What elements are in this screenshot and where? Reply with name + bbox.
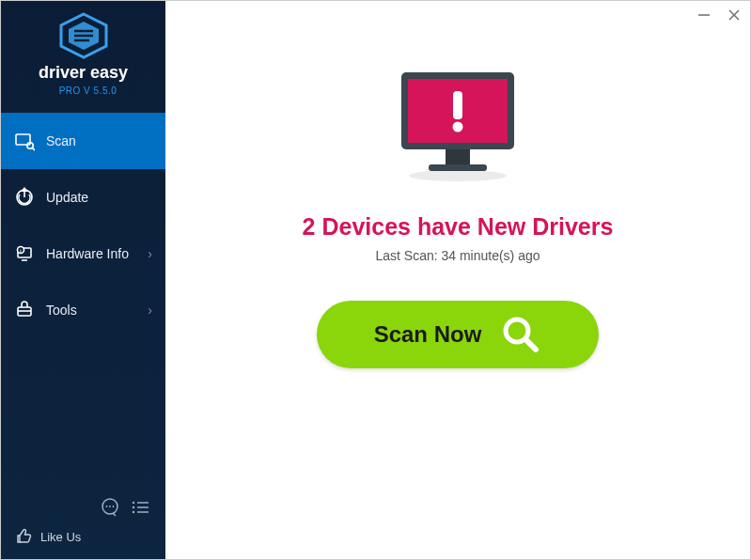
- nav-label: Tools: [46, 303, 77, 318]
- search-icon: [500, 314, 541, 355]
- main-content: 2 Devices have New Drivers Last Scan: 34…: [165, 1, 750, 559]
- alert-monitor-illustration: [387, 67, 528, 193]
- like-us-button[interactable]: Like Us: [14, 527, 152, 546]
- nav-item-scan[interactable]: Scan: [1, 113, 165, 169]
- scan-now-button[interactable]: Scan Now: [317, 301, 599, 368]
- app-window: driver easy PRO V 5.5.0 Scan: [0, 0, 751, 560]
- hardware-info-icon: i: [14, 243, 35, 264]
- svg-point-21: [133, 511, 134, 513]
- svg-point-19: [133, 506, 134, 508]
- nav-label: Hardware Info: [46, 246, 129, 261]
- svg-point-14: [106, 506, 108, 507]
- close-button[interactable]: [726, 7, 743, 23]
- nav-label: Scan: [46, 133, 76, 148]
- feedback-icon[interactable]: [98, 495, 122, 520]
- menu-icon[interactable]: [128, 495, 152, 520]
- logo-area: driver easy PRO V 5.5.0: [1, 1, 165, 113]
- logo-icon: [57, 12, 110, 59]
- svg-point-17: [133, 502, 134, 504]
- svg-rect-28: [453, 91, 462, 119]
- svg-point-32: [409, 170, 507, 181]
- svg-rect-30: [446, 149, 470, 164]
- nav: Scan Update: [1, 113, 165, 486]
- last-scan-text: Last Scan: 34 minute(s) ago: [375, 248, 540, 263]
- nav-item-update[interactable]: Update: [1, 169, 165, 226]
- svg-point-16: [113, 506, 115, 507]
- nav-item-hardware-info[interactable]: i Hardware Info ›: [1, 226, 165, 282]
- svg-line-34: [525, 339, 536, 350]
- chevron-right-icon: ›: [148, 303, 152, 318]
- brand-name: driver easy: [1, 63, 165, 83]
- scan-icon: [14, 131, 35, 151]
- svg-line-4: [32, 148, 35, 150]
- sidebar-footer: Like Us: [1, 486, 165, 559]
- update-icon: [14, 187, 35, 208]
- nav-label: Update: [46, 190, 88, 205]
- svg-marker-6: [21, 187, 28, 192]
- minimize-button[interactable]: [696, 7, 712, 23]
- chevron-right-icon: ›: [148, 246, 152, 261]
- svg-point-29: [453, 122, 463, 132]
- like-us-label: Like Us: [40, 530, 81, 544]
- scan-button-label: Scan Now: [374, 321, 482, 348]
- nav-item-tools[interactable]: Tools ›: [1, 282, 165, 338]
- thumbs-up-icon: [14, 527, 33, 546]
- sidebar: driver easy PRO V 5.5.0 Scan: [1, 1, 165, 559]
- tools-icon: [14, 300, 35, 320]
- footer-icons: [14, 495, 152, 520]
- brand-version: PRO V 5.5.0: [1, 86, 165, 96]
- svg-point-15: [109, 506, 111, 507]
- window-controls: [696, 7, 743, 23]
- svg-rect-31: [429, 164, 487, 171]
- status-headline: 2 Devices have New Drivers: [303, 213, 614, 241]
